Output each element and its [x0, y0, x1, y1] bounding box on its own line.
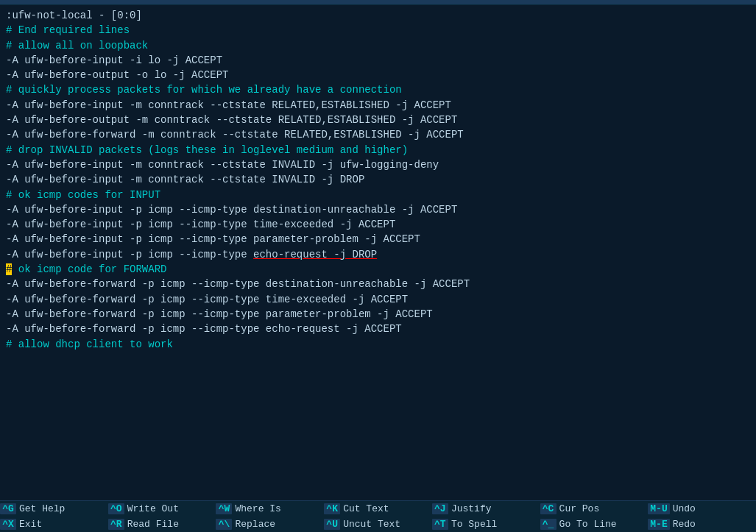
shortcut-item[interactable]: ^\Replace	[216, 517, 324, 532]
editor-line: -A ufw-before-output -o lo -j ACCEPT	[6, 68, 750, 82]
shortcut-item[interactable]: ^GGet Help	[0, 501, 108, 517]
editor-line: -A ufw-before-input -m conntrack --ctsta…	[6, 172, 750, 187]
editor-line: # drop INVALID packets (logs these in lo…	[6, 143, 750, 157]
shortcut-key: M-E	[648, 519, 669, 530]
shortcut-item[interactable]: ^RRead File	[108, 517, 216, 532]
editor-line: # allow dhcp client to work	[6, 337, 750, 352]
editor-line: # ok icmp code for FORWARD	[6, 262, 750, 277]
shortcut-row-1: ^GGet Help^OWrite Out^WWhere Is^KCut Tex…	[0, 501, 756, 517]
shortcut-label: Uncut Text	[343, 519, 400, 530]
shortcut-item[interactable]: M-ERedo	[648, 517, 756, 532]
shortcut-label: Justify	[451, 503, 492, 514]
editor-line: -A ufw-before-forward -m conntrack --cts…	[6, 127, 750, 142]
editor-line: # ok icmp codes for INPUT	[6, 188, 750, 202]
shortcut-bar: ^GGet Help^OWrite Out^WWhere Is^KCut Tex…	[0, 500, 756, 532]
editor-area[interactable]: :ufw-not-local - [0:0]# End required lin…	[0, 5, 756, 500]
shortcut-key: ^O	[108, 503, 124, 514]
editor-line: -A ufw-before-input -i lo -j ACCEPT	[6, 53, 750, 68]
shortcut-label: Read File	[127, 519, 179, 530]
shortcut-item[interactable]: ^_Go To Line	[540, 517, 649, 532]
shortcut-row-2: ^XExit^RRead File^\Replace^UUncut Text^T…	[0, 517, 756, 532]
shortcut-key: M-U	[648, 503, 669, 514]
shortcut-label: Where Is	[235, 503, 280, 514]
editor-line: # End required lines	[6, 23, 750, 38]
shortcut-key: ^J	[432, 503, 448, 514]
editor-line: # quickly process packets for which we a…	[6, 82, 750, 97]
shortcut-item[interactable]: ^TTo Spell	[432, 517, 540, 532]
shortcut-item[interactable]: ^JJustify	[432, 501, 540, 517]
editor-line: -A ufw-before-forward -p icmp --icmp-typ…	[6, 292, 750, 307]
line-text: -A ufw-before-input -p icmp --icmp-type	[6, 249, 253, 260]
shortcut-item[interactable]: ^KCut Text	[324, 501, 432, 517]
shortcut-item[interactable]: ^XExit	[0, 517, 108, 532]
shortcut-item[interactable]: ^UUncut Text	[324, 517, 432, 532]
shortcut-label: Cur Pos	[559, 503, 600, 514]
editor-line: -A ufw-before-input -p icmp --icmp-type …	[6, 217, 750, 232]
editor-line: -A ufw-before-forward -p icmp --icmp-typ…	[6, 277, 750, 291]
shortcut-label: Undo	[673, 503, 696, 514]
shortcut-key: ^R	[108, 519, 124, 530]
editor-line: -A ufw-before-forward -p icmp --icmp-typ…	[6, 322, 750, 336]
shortcut-key: ^T	[432, 519, 448, 530]
editor-line: -A ufw-before-input -p icmp --icmp-type …	[6, 247, 750, 262]
shortcut-label: Replace	[235, 519, 275, 530]
shortcut-item[interactable]: ^OWrite Out	[108, 501, 216, 517]
shortcut-key: ^C	[540, 503, 557, 514]
underlined-text: echo-request -j DROP	[253, 249, 377, 260]
shortcut-key: ^G	[0, 503, 16, 514]
shortcut-key: ^\	[216, 519, 232, 530]
editor-line: -A ufw-before-input -p icmp --icmp-type …	[6, 232, 750, 247]
shortcut-label: To Spell	[451, 519, 497, 530]
shortcut-label: Go To Line	[559, 519, 617, 530]
editor-line: -A ufw-before-input -m conntrack --ctsta…	[6, 98, 750, 113]
shortcut-item[interactable]: ^CCur Pos	[540, 501, 649, 517]
shortcut-item[interactable]: M-UUndo	[648, 501, 756, 517]
title-bar	[0, 0, 756, 5]
shortcut-key: ^_	[540, 519, 557, 530]
shortcut-label: Get Help	[19, 503, 65, 514]
editor-line: -A ufw-before-output -m conntrack --ctst…	[6, 113, 750, 127]
shortcut-label: Write Out	[127, 503, 179, 514]
shortcut-key: ^U	[324, 519, 340, 530]
editor-line: :ufw-not-local - [0:0]	[6, 8, 750, 23]
cursor: #	[6, 263, 12, 275]
editor-line: -A ufw-before-forward -p icmp --icmp-typ…	[6, 307, 750, 322]
shortcut-key: ^X	[0, 519, 16, 530]
editor-line: # allow all on loopback	[6, 38, 750, 53]
editor-line: -A ufw-before-input -p icmp --icmp-type …	[6, 202, 750, 217]
shortcut-key: ^W	[216, 503, 232, 514]
shortcut-label: Exit	[19, 519, 42, 530]
shortcut-label: Redo	[673, 519, 696, 530]
shortcut-item[interactable]: ^WWhere Is	[216, 501, 324, 517]
shortcut-key: ^K	[324, 503, 340, 514]
shortcut-label: Cut Text	[343, 503, 389, 514]
editor-line: -A ufw-before-input -m conntrack --ctsta…	[6, 157, 750, 172]
